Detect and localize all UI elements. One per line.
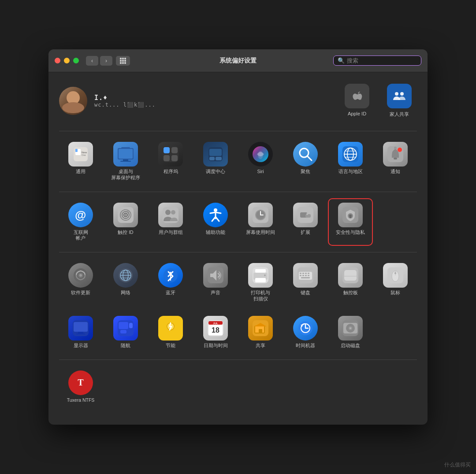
svg-rect-19 <box>123 159 128 161</box>
svg-rect-5 <box>124 60 126 62</box>
label-extensions: 扩展 <box>301 230 310 236</box>
label-language: 语言与地区 <box>338 169 363 175</box>
grid-item-mission[interactable]: 调度中心 <box>194 138 237 184</box>
svg-rect-93 <box>308 275 309 276</box>
icon-network <box>113 263 138 288</box>
svg-rect-27 <box>209 149 222 156</box>
grid-item-datetime[interactable]: JUL 18 日期与时间 <box>194 312 237 352</box>
search-input[interactable] <box>347 57 417 64</box>
icon-mouse <box>383 263 408 288</box>
grid-item-users[interactable]: 用户与群组 <box>149 199 192 245</box>
svg-point-102 <box>394 272 396 274</box>
grid-item-touchid[interactable]: 触控 ID <box>104 199 147 245</box>
svg-text:JUL: JUL <box>213 322 218 325</box>
icon-accessibility <box>203 203 228 227</box>
svg-rect-90 <box>300 275 301 276</box>
grid-item-extensions[interactable]: 扩展 <box>284 199 327 245</box>
icon-sharing: ↗ <box>248 316 273 341</box>
icon-security <box>338 203 363 227</box>
grid-item-notification[interactable]: 通知 <box>374 138 417 184</box>
label-tuxera: Tuxera NTFS <box>67 397 95 404</box>
label-sidecar: 随航 <box>121 343 130 349</box>
icon-desktop <box>113 142 138 167</box>
grid-item-printer[interactable]: 打印机与 扫描仪 <box>239 259 282 305</box>
forward-button[interactable]: › <box>100 56 112 66</box>
svg-rect-29 <box>216 157 222 160</box>
grid-item-spotlight[interactable]: 聚焦 <box>284 138 327 184</box>
avatar[interactable] <box>59 87 87 115</box>
grid-item-display[interactable]: 显示器 <box>59 312 102 352</box>
icon-sound <box>203 263 228 288</box>
grid-item-tuxera[interactable]: T Tuxera NTFS <box>59 367 102 407</box>
grid-item-bluetooth[interactable]: 蓝牙 <box>149 259 192 305</box>
icon-sidecar <box>113 316 138 341</box>
svg-point-10 <box>400 92 404 96</box>
grid-item-startup[interactable]: 启动磁盘 <box>329 312 372 352</box>
svg-rect-17 <box>119 149 133 159</box>
grid-item-mouse[interactable]: 鼠标 <box>374 259 417 305</box>
grid-item-accessibility[interactable]: 辅助功能 <box>194 199 237 245</box>
user-section: I.♦ wc.t... l⬛k⬛... Apple ID <box>59 79 417 122</box>
svg-rect-94 <box>301 277 310 278</box>
grid-item-internet[interactable]: @ 互联网 帐户 <box>59 199 102 245</box>
grid-item-timemachine[interactable]: 时间机器 <box>284 312 327 352</box>
label-energy: 节能 <box>166 343 175 349</box>
grid-item-sidecar[interactable]: 随航 <box>104 312 147 352</box>
svg-text:↗: ↗ <box>260 330 261 333</box>
grid-item-sharing[interactable]: ↗ 共享 <box>239 312 282 352</box>
grid-view-button[interactable] <box>116 56 130 66</box>
svg-point-83 <box>264 274 266 276</box>
svg-point-51 <box>165 210 171 215</box>
svg-rect-8 <box>124 62 126 64</box>
svg-text:T: T <box>78 378 84 387</box>
label-notification: 通知 <box>390 169 400 175</box>
grid-item-software[interactable]: 软件更新 <box>59 259 102 305</box>
minimize-button[interactable] <box>64 58 70 63</box>
family-sharing-button[interactable]: 家人共享 <box>382 84 417 118</box>
grid-item-general[interactable]: New One 通用 <box>59 138 102 184</box>
svg-point-53 <box>214 208 217 212</box>
grid-item-dock[interactable]: 程序坞 <box>149 138 192 184</box>
titlebar: ‹ › 系统偏好设置 🔍 <box>48 49 428 72</box>
svg-rect-3 <box>120 60 122 62</box>
icon-dock <box>158 142 183 167</box>
system-preferences-window: ‹ › 系统偏好设置 🔍 <box>48 49 428 424</box>
back-button[interactable]: ‹ <box>86 56 98 66</box>
label-general: 通用 <box>76 169 86 175</box>
traffic-lights <box>55 58 79 63</box>
svg-point-43 <box>398 148 402 152</box>
apple-id-section: Apple ID 家人共享 <box>339 84 417 118</box>
svg-rect-89 <box>308 273 309 274</box>
label-printer: 打印机与 扫描仪 <box>251 290 270 302</box>
search-box[interactable]: 🔍 <box>333 56 421 66</box>
icon-language <box>338 142 363 167</box>
label-accessibility: 辅助功能 <box>206 230 225 236</box>
icon-general: New One <box>68 142 93 167</box>
grid-item-desktop[interactable]: 桌面与 屏幕保护程序 <box>104 138 147 184</box>
svg-point-49 <box>125 214 126 215</box>
svg-point-41 <box>394 147 397 149</box>
apple-id-button[interactable]: Apple ID <box>339 84 375 118</box>
label-mouse: 鼠标 <box>390 290 400 296</box>
svg-rect-82 <box>255 278 266 282</box>
grid-item-screentime[interactable]: 屏幕使用时间 <box>239 199 282 245</box>
svg-rect-106 <box>76 333 85 334</box>
label-startup: 启动磁盘 <box>341 343 360 349</box>
grid-item-language[interactable]: 语言与地区 <box>329 138 372 184</box>
grid-item-network[interactable]: 网络 <box>104 259 147 305</box>
svg-text:18: 18 <box>212 326 219 334</box>
label-mission: 调度中心 <box>206 169 225 175</box>
grid-item-sound[interactable]: 声音 <box>194 259 237 305</box>
icon-energy <box>158 316 183 341</box>
grid-item-siri[interactable]: Siri <box>239 138 282 184</box>
maximize-button[interactable] <box>73 58 79 63</box>
grid-item-security[interactable]: 安全性与隐私 <box>329 199 372 245</box>
grid-item-keyboard[interactable]: 键盘 <box>284 259 327 305</box>
close-button[interactable] <box>55 58 60 63</box>
icon-mission <box>203 142 228 167</box>
icon-printer <box>248 263 273 288</box>
grid-item-energy[interactable]: 节能 <box>149 312 192 352</box>
svg-rect-88 <box>305 273 307 274</box>
grid-item-trackpad[interactable]: 触控板 <box>329 259 372 305</box>
grid-row-4: 显示器 随航 <box>59 312 417 352</box>
